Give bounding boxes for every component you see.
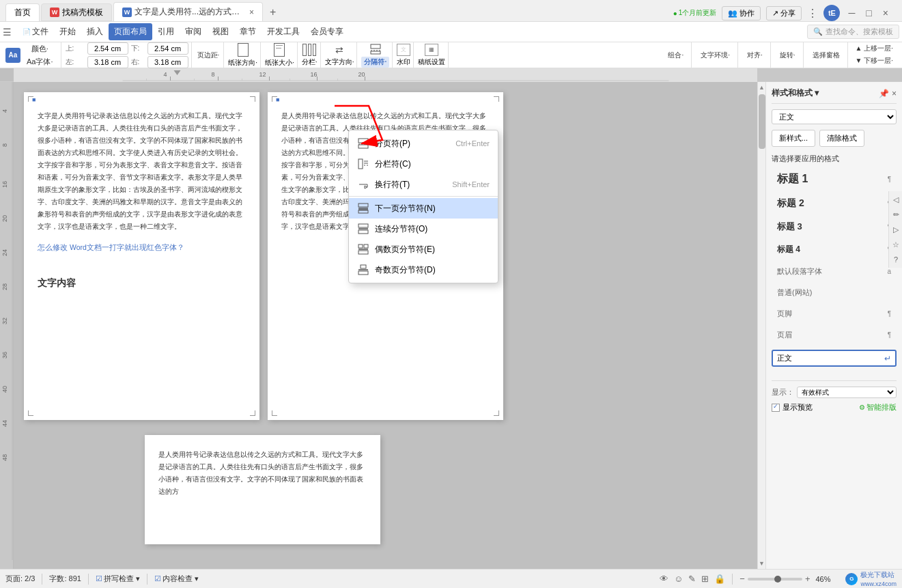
svg-text:16: 16 bbox=[1, 181, 8, 188]
margin-right-input[interactable] bbox=[147, 56, 188, 68]
combine-btn[interactable]: 组合· bbox=[663, 48, 688, 63]
watermark-btn[interactable]: 水印 bbox=[397, 57, 410, 67]
style-h1[interactable]: 标题 1 ¶ bbox=[772, 168, 897, 191]
right-panel-icon-1[interactable]: ◁ bbox=[890, 194, 901, 205]
menu-reference[interactable]: 引用 bbox=[152, 23, 180, 40]
menu-vip[interactable]: 会员专享 bbox=[305, 23, 349, 40]
right-panel-icon-5[interactable]: ? bbox=[890, 254, 901, 265]
status-logo: G 极光下载站 www.xz4com bbox=[845, 570, 897, 587]
tab-template[interactable]: W 找稿壳模板 bbox=[41, 3, 112, 21]
ruler: 4 8 12 16 20 bbox=[14, 68, 757, 82]
smart-layout-btn[interactable]: ⚙ 智能排版 bbox=[859, 402, 897, 412]
status-icon-4[interactable]: ⊞ bbox=[701, 574, 709, 584]
right-panel-icon-4[interactable]: ☆ bbox=[890, 239, 901, 250]
menu-home[interactable]: 开始 bbox=[54, 23, 81, 40]
scroll-up-btn[interactable]: ▲ bbox=[759, 82, 765, 93]
columns-btn[interactable]: 分栏· bbox=[302, 57, 318, 67]
zoom-slider[interactable] bbox=[748, 578, 802, 580]
dd-wrap-break[interactable]: 换行符(T) Shift+Enter bbox=[349, 174, 498, 195]
margin-right-label: 右: bbox=[131, 57, 145, 67]
dd-wrap-break-label: 换行符(T) bbox=[375, 179, 433, 191]
selection-pane-btn[interactable]: 选择窗格 bbox=[808, 48, 845, 63]
rotate-btn[interactable]: 旋转· bbox=[775, 48, 800, 63]
menu-dev[interactable]: 开发工具 bbox=[262, 23, 305, 40]
menu-page-layout[interactable]: 页面布局 bbox=[109, 23, 152, 40]
more-btn[interactable]: ⋮ bbox=[807, 7, 818, 20]
status-spell[interactable]: ☑ 拼写检查 ▾ bbox=[96, 574, 140, 584]
close-btn[interactable]: × bbox=[880, 8, 891, 18]
style-default-para[interactable]: 默认段落字体 a bbox=[772, 262, 897, 281]
collab-btn[interactable]: 👥 协作 bbox=[722, 6, 761, 20]
style-h2[interactable]: 标题 2 ¶ bbox=[772, 193, 897, 214]
panel-pin-icon[interactable]: 📌 bbox=[879, 89, 889, 98]
content-area[interactable]: ■ 文字是人类用符号记录表达信息以传之久远的方式和工具。现代文字大多是记录语言的… bbox=[14, 82, 757, 569]
right-panel-icon-3[interactable]: ▷ bbox=[890, 224, 901, 235]
theme-btn[interactable]: 颜色· bbox=[28, 42, 52, 55]
margin-top-input[interactable] bbox=[87, 42, 128, 55]
menu-view[interactable]: 视图 bbox=[207, 23, 234, 40]
dd-page-break[interactable]: 分页符(P) Ctrl+Enter bbox=[349, 133, 498, 154]
paper-btn[interactable]: 稿纸设置 bbox=[418, 57, 445, 67]
dd-wrap-break-shortcut: Shift+Enter bbox=[452, 180, 490, 188]
status-icon-2[interactable]: ☺ bbox=[674, 574, 683, 584]
menu-insert[interactable]: 插入 bbox=[81, 23, 109, 40]
right-panel-icon-2[interactable]: ✏ bbox=[890, 209, 901, 220]
maximize-btn[interactable]: □ bbox=[863, 8, 874, 18]
align-btn[interactable]: 对齐· bbox=[742, 48, 767, 63]
status-icon-1[interactable]: 👁 bbox=[660, 574, 668, 584]
add-tab-btn[interactable]: + bbox=[264, 3, 281, 21]
preview-checkbox[interactable] bbox=[772, 404, 780, 412]
show-row: 显示： 有效样式 bbox=[772, 387, 897, 398]
text-dir-btn[interactable]: 文字方向· bbox=[325, 57, 354, 67]
text-env-btn[interactable]: 文字环境· bbox=[696, 48, 735, 63]
user-avatar: tE bbox=[823, 5, 840, 21]
show-select[interactable]: 有效样式 bbox=[797, 387, 897, 398]
status-content[interactable]: ☑ 内容检查 ▾ bbox=[154, 574, 199, 584]
margin-label: 上: bbox=[66, 44, 85, 53]
share-btn[interactable]: ↗ 分享 bbox=[766, 6, 802, 20]
scroll-down-btn[interactable]: ▼ bbox=[759, 558, 765, 569]
margin-btn[interactable]: 页边距· bbox=[193, 42, 225, 68]
dd-cont-break[interactable]: 连续分节符(O) bbox=[349, 219, 498, 239]
page-orientation-btn[interactable]: 纸张方向· bbox=[228, 58, 257, 68]
style-header[interactable]: 页眉 ¶ bbox=[772, 326, 897, 344]
style-h3[interactable]: 标题 3 ¶ bbox=[772, 216, 897, 237]
dd-col-break[interactable]: 分栏符(C) bbox=[349, 154, 498, 174]
menu-chapter[interactable]: 章节 bbox=[234, 23, 262, 40]
page-size-group: 纸张大小· bbox=[262, 42, 298, 68]
font-btn[interactable]: Aa字体· bbox=[23, 55, 57, 68]
v-scrollbar[interactable]: ▲ ▼ bbox=[757, 82, 765, 569]
dd-next-page[interactable]: 下一页分节符(N) bbox=[349, 198, 498, 219]
minimize-btn[interactable]: ─ bbox=[845, 8, 858, 18]
style-h4[interactable]: 标题 4 ¶ bbox=[772, 240, 897, 260]
style-list: 标题 1 ¶ 标题 2 ¶ 标题 3 ¶ 标题 4 ¶ 默认段落字体 a 普通(… bbox=[772, 168, 897, 344]
zoom-out-btn[interactable]: − bbox=[739, 574, 745, 584]
margin-left-input[interactable] bbox=[87, 56, 128, 68]
move-down-btn[interactable]: ▼ 下移一层· bbox=[852, 55, 897, 67]
menu-search[interactable]: 🔍 查找命令、搜索模板 bbox=[807, 25, 899, 39]
zoom-in-btn[interactable]: + bbox=[805, 574, 811, 584]
clear-format-btn[interactable]: 清除格式 bbox=[819, 130, 864, 147]
dd-even-break[interactable]: 偶数页分节符(E) bbox=[349, 239, 498, 260]
close-doc-icon[interactable]: × bbox=[249, 8, 254, 17]
menu-review[interactable]: 审阅 bbox=[180, 23, 207, 40]
tab-doc[interactable]: W 文字是人类用符...远的方式和工具 × bbox=[113, 2, 263, 21]
break-btn[interactable]: 分隔符· bbox=[361, 57, 389, 68]
status-icon-3[interactable]: ✎ bbox=[688, 574, 696, 584]
svg-rect-49 bbox=[358, 251, 368, 254]
tab-home[interactable]: 首页 bbox=[5, 3, 40, 21]
menu-file[interactable]: 📄 文件 bbox=[17, 23, 54, 40]
scroll-thumb[interactable] bbox=[759, 94, 765, 149]
style-web[interactable]: 普通(网站) bbox=[772, 283, 897, 302]
style-footer[interactable]: 页脚 ¶ bbox=[772, 305, 897, 323]
svg-rect-42 bbox=[358, 210, 368, 213]
current-style-select[interactable]: 正文 bbox=[772, 109, 897, 124]
margin-bottom-input[interactable] bbox=[147, 42, 188, 55]
new-style-btn[interactable]: 新样式... bbox=[772, 130, 815, 147]
page-size-btn[interactable]: 纸张大小· bbox=[265, 58, 294, 68]
menu-sidebar-icon[interactable]: ☰ bbox=[3, 27, 12, 38]
status-icon-5[interactable]: 🔒 bbox=[714, 574, 725, 584]
panel-close-icon[interactable]: × bbox=[892, 89, 897, 98]
move-up-btn[interactable]: ▲ 上移一层· bbox=[852, 42, 897, 55]
dd-odd-break[interactable]: 奇数页分节符(D) bbox=[349, 260, 498, 280]
